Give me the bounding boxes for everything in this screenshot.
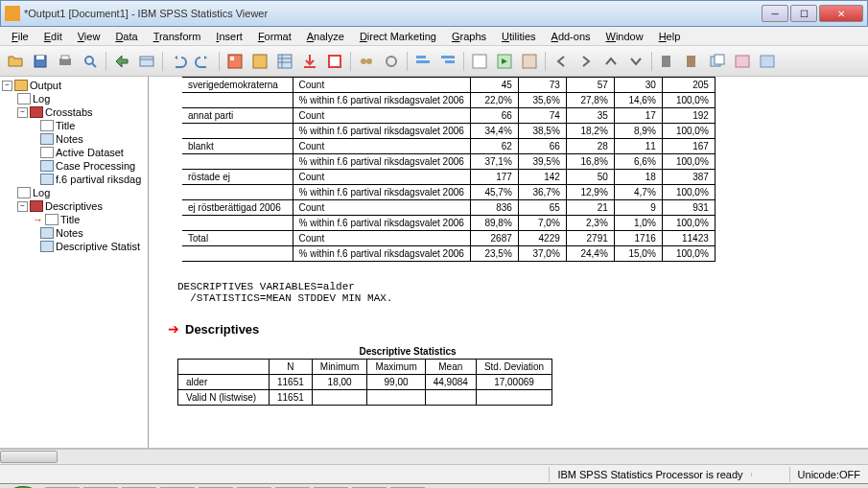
menu-add-ons[interactable]: Add-ons [544,29,598,44]
export-button[interactable] [110,50,133,73]
redo-button[interactable] [192,50,215,73]
outline-pane[interactable]: −Output Log −Crosstabs Title Notes Activ… [0,77,149,448]
log-icon [17,93,31,105]
tree-case-processing[interactable]: Case Processing [56,160,135,172]
tree-log2[interactable]: Log [33,187,50,198]
nav-forward-button[interactable] [575,50,598,73]
statusbar: IBM SPSS Statistics Processor is ready U… [0,464,868,483]
svg-rect-14 [330,57,340,66]
svg-rect-25 [662,56,670,67]
variables-button[interactable] [273,50,296,73]
svg-rect-28 [715,55,724,64]
tb-icon-d[interactable] [731,50,754,73]
menu-transform[interactable]: Transform [146,29,209,44]
tb-icon-b[interactable] [681,50,704,73]
nav-down-button[interactable] [624,50,647,73]
horizontal-scrollbar[interactable] [0,449,868,464]
tree-notes[interactable]: Notes [56,133,83,145]
show-hide-button[interactable] [468,50,491,73]
menu-data[interactable]: Data [107,29,145,44]
svg-rect-18 [416,56,426,58]
output-icon [14,80,28,91]
print-preview-button[interactable] [79,50,102,73]
arrow-icon: ➔ [168,321,179,337]
window-title: *Output1 [Document1] - IBM SPSS Statisti… [24,8,762,19]
menu-window[interactable]: Window [598,29,651,44]
nav-back-button[interactable] [550,50,573,73]
svg-rect-30 [761,56,774,67]
tree-collapse-icon[interactable]: − [2,81,12,91]
menu-utilities[interactable]: Utilities [494,29,543,44]
menu-analyze[interactable]: Analyze [299,29,352,44]
minimize-button[interactable]: ─ [762,5,788,22]
print-button[interactable] [54,50,77,73]
nav-up-button[interactable] [599,50,622,73]
save-button[interactable] [29,50,52,73]
descriptives-table: NMinimumMaximumMeanStd. Deviationalder11… [177,359,552,406]
scrollbar-thumb[interactable] [0,451,58,463]
svg-rect-21 [445,60,455,63]
tree-desc-stat[interactable]: Descriptive Statist [56,241,140,252]
svg-rect-3 [61,56,69,59]
book-icon [30,106,43,118]
demote-button[interactable] [436,50,459,73]
tree-descriptives[interactable]: Descriptives [45,200,103,212]
svg-rect-10 [253,55,267,68]
insert-heading-button[interactable] [298,50,321,73]
menu-insert[interactable]: Insert [208,29,250,44]
svg-rect-6 [140,57,153,66]
close-button[interactable]: ✕ [819,5,863,22]
tree-desc-title[interactable]: Title [60,214,80,225]
tree-title[interactable]: Title [56,120,75,131]
toolbar [0,46,868,77]
book-icon [30,200,43,212]
svg-point-17 [387,57,396,66]
menu-view[interactable]: View [70,29,108,44]
goto-data-button[interactable] [223,50,246,73]
arrow-icon: → [33,214,43,225]
create-edit-button[interactable] [518,50,541,73]
designate-button[interactable] [380,50,403,73]
svg-rect-1 [36,56,44,59]
page-icon [45,214,59,225]
promote-button[interactable] [411,50,434,73]
tree-crosstabs[interactable]: Crosstabs [45,106,93,118]
svg-rect-24 [523,55,536,68]
svg-rect-20 [441,56,455,58]
tree-partival[interactable]: f.6 partival riksdag [56,174,141,185]
tb-icon-c[interactable] [706,50,729,73]
menu-direct-marketing[interactable]: Direct Marketing [352,29,444,44]
tree-active-dataset[interactable]: Active Dataset [56,147,124,158]
tree-output[interactable]: Output [30,80,61,91]
recall-dialog-button[interactable] [135,50,158,73]
log-icon [17,187,31,198]
svg-rect-9 [230,57,234,60]
tree-collapse-icon[interactable]: − [17,201,28,212]
menu-graphs[interactable]: Graphs [444,29,494,44]
status-unicode: Unicode:OFF [789,467,868,482]
menu-help[interactable]: Help [651,29,689,44]
notes-icon [40,133,54,145]
app-icon [5,6,20,21]
associate-button[interactable] [355,50,378,73]
tb-icon-a[interactable] [656,50,679,73]
tb-icon-e[interactable] [756,50,779,73]
tree-collapse-icon[interactable]: − [17,107,28,118]
open-button[interactable] [4,50,27,73]
page-icon [40,147,54,158]
menu-format[interactable]: Format [250,29,299,44]
menu-edit[interactable]: Edit [36,29,70,44]
tree-log[interactable]: Log [33,93,50,105]
descriptives-heading: Descriptives [185,322,259,337]
svg-rect-11 [278,55,292,68]
undo-button[interactable] [167,50,190,73]
goto-case-button[interactable] [248,50,271,73]
svg-point-15 [361,58,366,64]
run-script-button[interactable] [493,50,516,73]
select-last-button[interactable] [323,50,346,73]
maximize-button[interactable]: ☐ [790,5,817,22]
viewer-pane[interactable]: sverigedemokraternaCount45735730205% wit… [149,77,868,448]
tree-desc-notes[interactable]: Notes [56,227,83,239]
menu-file[interactable]: File [4,29,36,44]
svg-rect-19 [416,60,430,63]
